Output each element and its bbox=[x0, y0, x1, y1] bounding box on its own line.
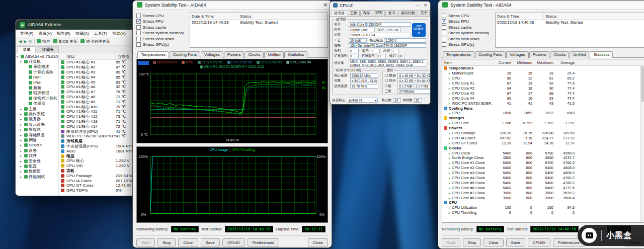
cores-field[interactable]: 14 bbox=[393, 98, 401, 103]
tree-item[interactable]: ▸ 网络 bbox=[16, 137, 58, 142]
statistics-row[interactable]: ▸ CPU Throttling 0 0 0 0 bbox=[442, 210, 644, 215]
dialog-button[interactable]: Save bbox=[201, 238, 220, 246]
statistics-row[interactable]: ▸ CPU 80 12 81 69.2 bbox=[442, 76, 644, 81]
legend-checkbox-icon[interactable] bbox=[182, 61, 185, 64]
stability-titlebar[interactable]: System Stability Test - AIDA64 bbox=[438, 1, 644, 10]
dialog-button[interactable]: Stop bbox=[463, 238, 481, 246]
instructions-field[interactable]: MMX, SSE, SSE2, SSE3, SSSE3, SSE4.1, SSE… bbox=[349, 59, 426, 67]
legend-checkbox-icon[interactable] bbox=[257, 61, 260, 64]
graph-tab[interactable]: Voltages bbox=[506, 51, 529, 58]
table-scrollbar[interactable] bbox=[640, 66, 644, 222]
tree-item[interactable]: ▸ 设备 bbox=[16, 148, 58, 153]
column-header-item[interactable]: 项目 bbox=[59, 54, 116, 59]
stress-option[interactable]: Stress FPU bbox=[442, 19, 492, 24]
tree-item[interactable]: 计算机名称 bbox=[16, 69, 58, 74]
cpuz-tab[interactable]: SPD bbox=[373, 10, 385, 16]
tree-item[interactable]: 电源管理 bbox=[16, 91, 58, 96]
legend-item[interactable]: CPU Core #4 bbox=[286, 60, 311, 64]
tree-twisty-icon[interactable]: ▸ bbox=[20, 112, 23, 116]
stress-option[interactable]: Stress system memory bbox=[442, 31, 492, 35]
scrollbar-thumb[interactable] bbox=[641, 66, 644, 102]
cpuz-tab[interactable]: 处理器 bbox=[332, 10, 347, 16]
cpuz-tab[interactable]: 显卡 bbox=[385, 10, 397, 16]
results-list[interactable]: Date & Time Status 2022/12/19 14:40:28 S… bbox=[190, 13, 328, 48]
checkbox-icon[interactable] bbox=[442, 37, 446, 41]
stress-option[interactable]: Stress CPU bbox=[442, 14, 492, 18]
column-header-datetime[interactable]: Date & Time bbox=[190, 14, 238, 19]
model-field[interactable]: 7 bbox=[370, 49, 380, 53]
ext-model-field[interactable]: B7 bbox=[376, 54, 386, 58]
menu-item[interactable]: 报告(R) bbox=[55, 30, 72, 37]
graph-tab[interactable]: Unified bbox=[570, 51, 589, 58]
graph-tab[interactable]: Cooling Fans bbox=[475, 51, 506, 58]
cpu-usage-legend[interactable]: CPU Usage bbox=[209, 148, 228, 151]
statistics-row[interactable]: ▸ CPU Core #5 Clock 5400 800 5400 4760.2 bbox=[442, 180, 644, 185]
statistics-row[interactable]: ▸ CPU Core #8 Clock 3900 800 3900 3506.4 bbox=[442, 195, 644, 200]
statistics-row[interactable]: ▸ CPU 1898 1652 1912 1863 bbox=[442, 111, 644, 116]
threads-field[interactable]: 20 bbox=[414, 98, 422, 103]
graph-tab[interactable]: Clocks bbox=[550, 51, 569, 58]
checkbox-icon[interactable] bbox=[136, 31, 141, 35]
tree-item[interactable]: 系统概述 bbox=[16, 64, 58, 69]
tree-item[interactable]: 便携式计算机 bbox=[16, 96, 58, 101]
cpuz-tab[interactable]: 内存 bbox=[360, 10, 372, 16]
checkbox-icon[interactable] bbox=[136, 19, 141, 24]
checkbox-icon[interactable] bbox=[136, 37, 141, 41]
tree-item[interactable]: 传感器 bbox=[16, 101, 58, 106]
graph-tab[interactable]: Cooling Fans bbox=[170, 51, 200, 58]
core-selector-dropdown[interactable]: 处理器 #1▾ bbox=[347, 98, 378, 103]
tree-item[interactable]: ▸ 服务器 bbox=[16, 117, 58, 122]
tree-item[interactable]: ▸ 性能测试 bbox=[16, 174, 58, 179]
graph-tab[interactable]: Statistics bbox=[590, 51, 613, 58]
legend-checkbox-icon[interactable] bbox=[153, 61, 156, 64]
specification-field[interactable]: 13th Gen Intel(R) Core(TM) i5-13600KF bbox=[349, 43, 426, 48]
checkbox-icon[interactable] bbox=[442, 19, 446, 24]
tree-twisty-icon[interactable]: ▸ bbox=[20, 164, 23, 168]
column-header-status[interactable]: Status bbox=[544, 14, 557, 19]
tree-twisty-icon[interactable]: ▸ bbox=[20, 170, 23, 173]
column-maximum[interactable]: Maximum bbox=[535, 60, 556, 65]
graph-tab[interactable]: Powers bbox=[224, 51, 245, 58]
statistics-row[interactable]: ▸ CPU Core #1 Clock 5400 800 5700 4760.2 bbox=[442, 160, 644, 165]
statistics-row[interactable]: ▸ CPU Clock 5400 800 5700 4958.0 bbox=[442, 150, 644, 155]
dialog-button[interactable]: Clear bbox=[484, 238, 503, 246]
close-icon[interactable]: ✕ bbox=[324, 2, 328, 8]
stress-option[interactable]: Stress system memory bbox=[136, 31, 187, 35]
menu-item[interactable]: 查看(V) bbox=[36, 30, 54, 37]
statistics-row[interactable]: ▸ Voltages bbox=[442, 116, 644, 121]
column-item[interactable]: Item bbox=[442, 60, 493, 65]
multiplier-field[interactable]: x 54.0 (8.0 - 51.0) bbox=[350, 78, 378, 83]
menu-item[interactable]: 工具(T) bbox=[92, 30, 109, 37]
tree-item[interactable]: ▾ AIDA64 v6.75.6100 bbox=[16, 54, 58, 59]
legend-item[interactable]: CPU bbox=[182, 60, 193, 64]
tree-item[interactable]: 超频 bbox=[16, 85, 58, 90]
core-speed-field[interactable]: 5386.82 MHz bbox=[350, 73, 378, 78]
l1-inst-field[interactable]: 6 x 32 KB + 8 x 64 KB bbox=[397, 78, 431, 83]
bus-speed-field[interactable]: 99.76 MHz bbox=[350, 84, 378, 89]
result-row[interactable]: 2022/12/19 14:40:28 Stability Test: Star… bbox=[190, 20, 328, 25]
statistics-row[interactable]: ▸ CPU bbox=[442, 200, 644, 205]
dialog-button[interactable]: Save bbox=[506, 238, 525, 246]
dialog-button[interactable]: Start bbox=[442, 238, 460, 246]
view-tab[interactable]: 收藏夹 bbox=[37, 46, 59, 53]
tree-item[interactable]: ▸ 配置 bbox=[16, 163, 58, 169]
checkbox-icon[interactable] bbox=[442, 42, 446, 47]
close-icon[interactable]: ✕ bbox=[424, 3, 427, 8]
dialog-button[interactable]: CPUID bbox=[222, 238, 245, 246]
statistics-row[interactable]: ▸ CPU Core #7 Clock 3900 800 3900 3539.2 bbox=[442, 190, 644, 195]
tree-item[interactable]: ▸ 操作系统 bbox=[16, 111, 58, 116]
legend-checkbox-icon[interactable] bbox=[286, 61, 289, 64]
tree-twisty-icon[interactable]: ▸ bbox=[20, 159, 23, 163]
statistics-row[interactable]: ▸ CPU Core #4 Clock 5400 800 5400 4760.2 bbox=[442, 176, 644, 181]
tree-item[interactable]: DMI bbox=[16, 75, 58, 80]
stability-titlebar[interactable]: System Stability Test - AIDA64 ✕ bbox=[133, 1, 332, 10]
statistics-header[interactable]: Item Current Minimum Maximum Average bbox=[442, 59, 644, 66]
forward-icon[interactable]: ▶ bbox=[24, 39, 27, 44]
checkbox-icon[interactable] bbox=[442, 31, 446, 35]
statistics-row[interactable]: ▸ Motherboard 28 28 33 29.4 bbox=[442, 71, 644, 76]
dialog-button[interactable]: Close bbox=[308, 238, 328, 246]
menu-item[interactable]: 帮助(H) bbox=[110, 30, 128, 37]
column-minimum[interactable]: Minimum bbox=[514, 60, 535, 65]
toolbar-button[interactable]: BIOS 更新 bbox=[53, 39, 77, 44]
l2-field[interactable]: 6 x 2 MB + 2 x 4 MB bbox=[397, 84, 431, 89]
